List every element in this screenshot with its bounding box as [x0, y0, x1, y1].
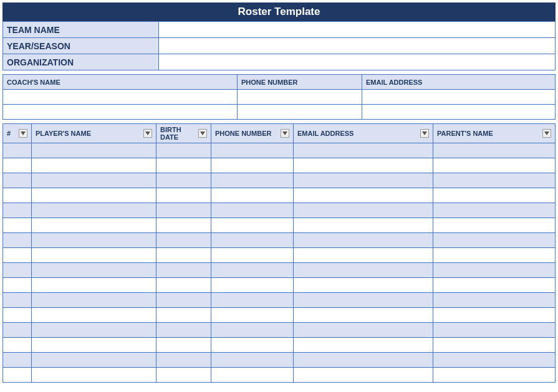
player-name-cell[interactable]	[32, 173, 156, 188]
player-number-header[interactable]: #	[3, 124, 32, 143]
player-parent-cell[interactable]	[433, 263, 556, 278]
player-birth-cell[interactable]	[156, 278, 211, 293]
coach-email-cell[interactable]	[362, 105, 556, 120]
player-name-cell[interactable]	[32, 353, 156, 368]
player-email-cell[interactable]	[294, 368, 433, 383]
player-number-cell[interactable]	[3, 278, 32, 293]
player-birth-cell[interactable]	[156, 308, 211, 323]
player-number-cell[interactable]	[3, 143, 32, 158]
coach-name-cell[interactable]	[3, 90, 238, 105]
filter-dropdown-icon[interactable]	[198, 129, 207, 138]
player-email-cell[interactable]	[294, 293, 433, 308]
player-name-header[interactable]: PLAYER'S NAME	[32, 124, 156, 143]
player-phone-cell[interactable]	[211, 248, 294, 263]
player-birth-cell[interactable]	[156, 353, 211, 368]
filter-dropdown-icon[interactable]	[420, 129, 429, 138]
player-parent-cell[interactable]	[433, 173, 556, 188]
player-number-cell[interactable]	[3, 203, 32, 218]
player-number-cell[interactable]	[3, 293, 32, 308]
player-phone-cell[interactable]	[211, 173, 294, 188]
player-phone-cell[interactable]	[211, 323, 294, 338]
player-phone-header[interactable]: PHONE NUMBER	[211, 124, 294, 143]
player-parent-cell[interactable]	[433, 143, 556, 158]
player-phone-cell[interactable]	[211, 263, 294, 278]
player-name-cell[interactable]	[32, 368, 156, 383]
player-number-cell[interactable]	[3, 323, 32, 338]
player-birth-cell[interactable]	[156, 143, 211, 158]
player-name-cell[interactable]	[32, 218, 156, 233]
player-number-cell[interactable]	[3, 263, 32, 278]
player-name-cell[interactable]	[32, 143, 156, 158]
player-email-header[interactable]: EMAIL ADDRESS	[294, 124, 433, 143]
organization-value[interactable]	[159, 54, 556, 70]
filter-dropdown-icon[interactable]	[143, 129, 152, 138]
filter-dropdown-icon[interactable]	[19, 129, 27, 138]
player-email-cell[interactable]	[294, 338, 433, 353]
player-birth-cell[interactable]	[156, 368, 211, 383]
player-email-cell[interactable]	[294, 263, 433, 278]
player-phone-cell[interactable]	[211, 338, 294, 353]
player-phone-cell[interactable]	[211, 233, 294, 248]
coach-email-cell[interactable]	[362, 90, 556, 105]
player-name-cell[interactable]	[32, 203, 156, 218]
player-email-cell[interactable]	[294, 248, 433, 263]
player-name-cell[interactable]	[32, 293, 156, 308]
player-birth-cell[interactable]	[156, 203, 211, 218]
player-birth-cell[interactable]	[156, 338, 211, 353]
player-phone-cell[interactable]	[211, 353, 294, 368]
team-name-value[interactable]	[159, 22, 556, 38]
player-birth-cell[interactable]	[156, 323, 211, 338]
player-parent-cell[interactable]	[433, 278, 556, 293]
player-phone-cell[interactable]	[211, 143, 294, 158]
player-parent-cell[interactable]	[433, 233, 556, 248]
player-name-cell[interactable]	[32, 308, 156, 323]
player-email-cell[interactable]	[294, 188, 433, 203]
player-number-cell[interactable]	[3, 338, 32, 353]
filter-dropdown-icon[interactable]	[542, 129, 551, 138]
player-name-cell[interactable]	[32, 188, 156, 203]
player-phone-cell[interactable]	[211, 278, 294, 293]
player-email-cell[interactable]	[294, 323, 433, 338]
coach-phone-cell[interactable]	[238, 90, 362, 105]
player-parent-cell[interactable]	[433, 248, 556, 263]
player-email-cell[interactable]	[294, 233, 433, 248]
player-parent-header[interactable]: PARENT'S NAME	[433, 124, 556, 143]
player-name-cell[interactable]	[32, 278, 156, 293]
player-number-cell[interactable]	[3, 173, 32, 188]
filter-dropdown-icon[interactable]	[281, 129, 289, 138]
player-name-cell[interactable]	[32, 338, 156, 353]
player-name-cell[interactable]	[32, 233, 156, 248]
player-birth-cell[interactable]	[156, 188, 211, 203]
player-name-cell[interactable]	[32, 158, 156, 173]
player-number-cell[interactable]	[3, 158, 32, 173]
player-email-cell[interactable]	[294, 203, 433, 218]
player-email-cell[interactable]	[294, 278, 433, 293]
player-parent-cell[interactable]	[433, 158, 556, 173]
player-parent-cell[interactable]	[433, 368, 556, 383]
player-email-cell[interactable]	[294, 143, 433, 158]
player-name-cell[interactable]	[32, 323, 156, 338]
player-phone-cell[interactable]	[211, 188, 294, 203]
player-number-cell[interactable]	[3, 308, 32, 323]
player-number-cell[interactable]	[3, 233, 32, 248]
player-email-cell[interactable]	[294, 173, 433, 188]
player-parent-cell[interactable]	[433, 203, 556, 218]
player-birth-cell[interactable]	[156, 293, 211, 308]
player-parent-cell[interactable]	[433, 323, 556, 338]
player-parent-cell[interactable]	[433, 218, 556, 233]
player-birth-cell[interactable]	[156, 173, 211, 188]
player-phone-cell[interactable]	[211, 203, 294, 218]
player-email-cell[interactable]	[294, 308, 433, 323]
player-phone-cell[interactable]	[211, 368, 294, 383]
year-season-value[interactable]	[159, 38, 556, 54]
player-parent-cell[interactable]	[433, 293, 556, 308]
player-birth-cell[interactable]	[156, 248, 211, 263]
player-parent-cell[interactable]	[433, 353, 556, 368]
player-name-cell[interactable]	[32, 248, 156, 263]
player-number-cell[interactable]	[3, 218, 32, 233]
player-parent-cell[interactable]	[433, 188, 556, 203]
player-birth-header[interactable]: BIRTH DATE	[156, 124, 211, 143]
coach-phone-cell[interactable]	[238, 105, 362, 120]
player-birth-cell[interactable]	[156, 233, 211, 248]
player-phone-cell[interactable]	[211, 308, 294, 323]
